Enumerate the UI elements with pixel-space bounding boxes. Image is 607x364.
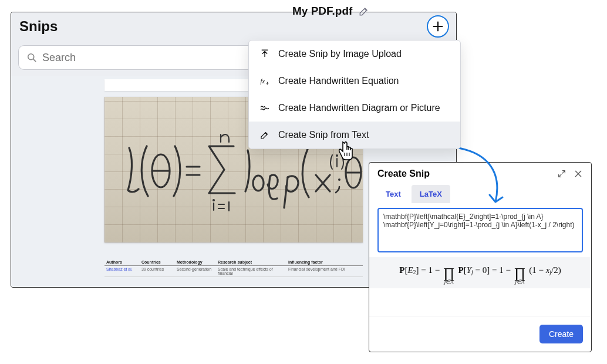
tab-latex[interactable]: LaTeX (412, 185, 450, 203)
menu-item-handwritten-equation[interactable]: fx Create Handwritten Equation (249, 68, 460, 95)
plus-icon (431, 20, 444, 33)
edit-text-icon (259, 130, 270, 140)
menu-item-handwritten-diagram[interactable]: Create Handwritten Diagram or Picture (249, 95, 460, 122)
scribble-icon (259, 103, 270, 113)
add-menu: Create Snip by Image Upload fx Create Ha… (248, 40, 461, 149)
upload-icon (259, 49, 270, 59)
create-snip-dialog: Create Snip Text LaTeX P[E2] = 1 − ∏j∈A … (369, 162, 592, 352)
document-title: My PDF.pdf (292, 5, 352, 18)
tab-text[interactable]: Text (377, 185, 409, 203)
dialog-title: Create Snip (377, 168, 430, 179)
create-button[interactable]: Create (539, 325, 583, 343)
cell: Scale and technique effects of financial (216, 266, 286, 277)
svg-point-2 (213, 200, 214, 201)
dialog-footer: Create (369, 316, 591, 352)
latex-textarea[interactable] (377, 208, 583, 252)
expand-icon[interactable] (557, 169, 566, 178)
menu-label: Create Snip from Text (278, 130, 369, 140)
col-header: Methodology (175, 259, 216, 265)
menu-item-snip-from-text[interactable]: Create Snip from Text (249, 122, 460, 149)
menu-label: Create Handwritten Diagram or Picture (278, 103, 440, 113)
cell: 39 countries (140, 266, 175, 277)
close-icon[interactable] (574, 169, 583, 178)
menu-item-image-upload[interactable]: Create Snip by Image Upload (249, 41, 460, 68)
svg-text:fx: fx (261, 78, 265, 85)
table-header-row: Authors Countries Methodology Research s… (104, 259, 363, 266)
cell: Financial development and FDI (286, 266, 357, 277)
dialog-window-controls (557, 169, 583, 178)
svg-point-5 (338, 178, 340, 181)
col-header: Research subject (216, 259, 286, 265)
menu-label: Create Snip by Image Upload (278, 49, 402, 59)
menu-label: Create Handwritten Equation (278, 76, 399, 86)
latex-input-wrap (369, 203, 591, 255)
fx-icon: fx (259, 76, 270, 86)
svg-point-4 (336, 155, 338, 156)
add-snip-button[interactable] (427, 15, 449, 38)
cell: Shabbaz et al. (104, 266, 140, 277)
table-mock: Authors Countries Methodology Research s… (104, 259, 363, 277)
search-icon (26, 52, 38, 63)
col-header: Influencing factor (286, 259, 357, 265)
table-row: Shabbaz et al. 39 countries Second-gener… (104, 266, 363, 277)
cell: Second-generation (175, 266, 216, 277)
doc-title-row: My PDF.pdf (292, 5, 370, 18)
col-header: Authors (104, 259, 140, 265)
panel-header: Snips (11, 12, 456, 41)
svg-point-3 (253, 176, 264, 191)
dialog-header: Create Snip (369, 163, 591, 185)
dialog-tabs: Text LaTeX (369, 185, 591, 203)
latex-preview: P[E2] = 1 − ∏j∈A P[Yj = 0] = 1 − ∏j∈A (1… (369, 257, 591, 288)
svg-point-0 (28, 54, 34, 60)
col-header: Countries (140, 259, 175, 265)
edit-icon[interactable] (358, 5, 370, 17)
panel-title: Snips (19, 18, 58, 35)
